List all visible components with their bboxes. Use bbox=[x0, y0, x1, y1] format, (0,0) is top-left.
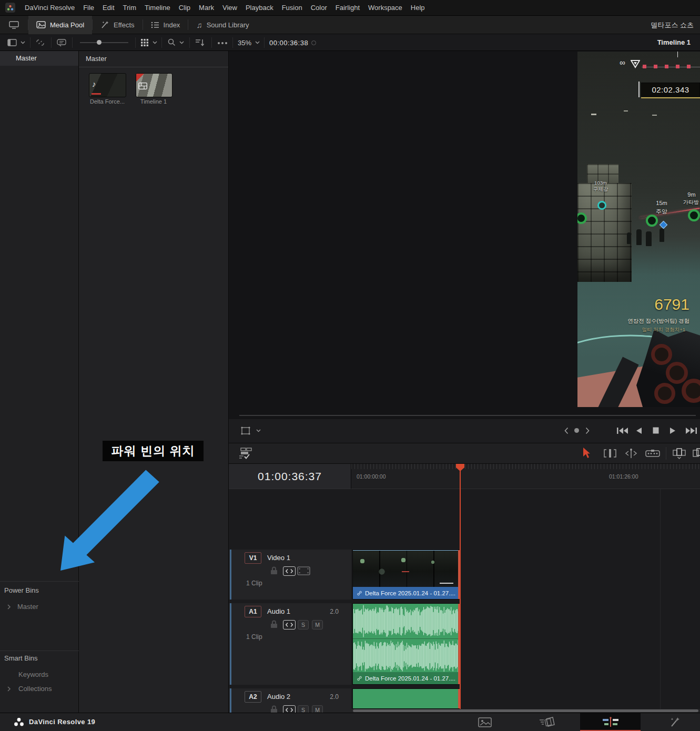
scrollbar-thumb[interactable] bbox=[353, 709, 698, 712]
chevron-down-icon[interactable] bbox=[255, 41, 260, 44]
viewer-scrub-bar[interactable] bbox=[239, 415, 696, 416]
lock-track-icon[interactable] bbox=[270, 705, 278, 713]
index-button[interactable]: Index bbox=[143, 16, 188, 34]
track-destination-a2[interactable]: A2 bbox=[245, 691, 261, 703]
tab-fusion-page[interactable] bbox=[660, 713, 688, 731]
sort-order-icon[interactable] bbox=[196, 39, 205, 46]
grid-view-icon[interactable] bbox=[141, 39, 148, 46]
more-options-icon[interactable] bbox=[218, 42, 220, 44]
chevron-down-icon[interactable] bbox=[21, 41, 25, 44]
sound-library-button[interactable]: ♫ Sound Library bbox=[188, 16, 257, 34]
menu-item-edit[interactable]: Edit bbox=[98, 0, 118, 16]
track-header-v1[interactable]: V1 Video 1 1 Clip bbox=[229, 550, 351, 600]
chevron-down-icon[interactable] bbox=[256, 429, 261, 432]
media-clip-thumbnail[interactable]: ♪ bbox=[89, 73, 126, 97]
insert-clip-icon[interactable] bbox=[673, 448, 686, 459]
timeline-horizontal-scrollbar[interactable] bbox=[351, 709, 700, 713]
viewer-video[interactable]: ∞ 02:02.343 103m 구제강 15m 주앙 9m 가타방 6791 … bbox=[577, 52, 700, 407]
sidebar-item-power-bins-master[interactable]: Master bbox=[17, 603, 38, 611]
media-pool-icon bbox=[36, 21, 46, 28]
menu-item-trim[interactable]: Trim bbox=[119, 0, 141, 16]
stop-icon[interactable] bbox=[653, 427, 659, 434]
playhead[interactable] bbox=[460, 464, 461, 709]
chevron-right-icon[interactable] bbox=[6, 686, 12, 692]
timeline-grid-line bbox=[660, 489, 661, 709]
chevron-down-icon[interactable] bbox=[179, 41, 184, 44]
play-icon[interactable] bbox=[669, 427, 676, 434]
flag-marker-icon[interactable] bbox=[57, 39, 66, 47]
timeline-ruler[interactable]: 01:00:00:00 01:01:26:00 bbox=[351, 464, 700, 489]
tab-edit-page[interactable] bbox=[580, 713, 641, 731]
menu-item-mark[interactable]: Mark bbox=[195, 0, 218, 16]
chevron-right-icon[interactable] bbox=[6, 604, 12, 610]
search-icon[interactable] bbox=[168, 38, 176, 46]
timeline-view-options-icon[interactable] bbox=[239, 448, 253, 460]
video-clip-thumbnails bbox=[353, 550, 460, 588]
thumbnail-size-slider-handle[interactable] bbox=[97, 40, 102, 45]
menu-item-fairlight[interactable]: Fairlight bbox=[331, 0, 364, 16]
dynamic-trim-mode-icon[interactable] bbox=[624, 449, 638, 458]
match-timer: 02:02.343 bbox=[641, 83, 700, 97]
timeline-timecode-display: 01:00:36:37 bbox=[229, 464, 351, 489]
menu-item-workspace[interactable]: Workspace bbox=[364, 0, 407, 16]
game-soldier bbox=[627, 232, 631, 244]
mute-button[interactable]: M bbox=[312, 620, 323, 630]
play-reverse-icon[interactable] bbox=[636, 427, 642, 434]
divider bbox=[51, 37, 52, 48]
current-clip-icon[interactable] bbox=[574, 428, 579, 433]
app-logo-icon[interactable] bbox=[5, 3, 15, 13]
track-header-a2[interactable]: A2 Audio 2 2.0 S M bbox=[229, 688, 351, 713]
link-icon bbox=[357, 590, 362, 596]
zoom-level-value[interactable]: 35% bbox=[238, 39, 251, 47]
sidebar-item-collections[interactable]: Collections bbox=[18, 685, 52, 693]
chevron-down-icon[interactable] bbox=[153, 41, 157, 44]
auto-select-icon[interactable] bbox=[283, 566, 296, 576]
track-header-a1[interactable]: A1 Audio 1 2.0 S M 1 Clip bbox=[229, 603, 351, 685]
timeline-audio-clip-2[interactable] bbox=[352, 688, 460, 709]
sidebar-item-keywords[interactable]: Keywords bbox=[18, 671, 48, 678]
transform-tool-icon[interactable] bbox=[240, 426, 251, 435]
menu-item-fusion[interactable]: Fusion bbox=[278, 0, 307, 16]
track-destination-v1[interactable]: V1 bbox=[245, 552, 261, 564]
overwrite-clip-icon[interactable] bbox=[693, 448, 700, 459]
tab-media-page[interactable] bbox=[471, 713, 499, 731]
auto-select-icon[interactable] bbox=[283, 620, 296, 630]
timeline-audio-clip[interactable]: Delta Force 2025.01.24 - 01.27.... bbox=[352, 603, 460, 685]
lock-track-icon[interactable] bbox=[270, 566, 278, 575]
menu-item-file[interactable]: File bbox=[79, 0, 98, 16]
last-frame-icon[interactable] bbox=[685, 427, 697, 434]
score-note: 멀티 처치 경험치+1 bbox=[603, 327, 685, 333]
timeline-clip-thumbnail[interactable] bbox=[136, 73, 173, 97]
tab-cut-page[interactable] bbox=[533, 713, 561, 731]
menu-item-playback[interactable]: Playback bbox=[241, 0, 278, 16]
workspace-layout-button[interactable] bbox=[0, 16, 28, 34]
lock-track-icon[interactable] bbox=[270, 620, 278, 628]
previous-clip-icon[interactable] bbox=[564, 427, 569, 434]
effects-button[interactable]: Effects bbox=[93, 16, 143, 34]
timeline-selector[interactable]: Timeline 1 bbox=[657, 34, 691, 51]
menu-item-help[interactable]: Help bbox=[407, 0, 429, 16]
bin-list-view-icon[interactable] bbox=[7, 39, 17, 46]
menu-item-clip[interactable]: Clip bbox=[175, 0, 195, 16]
menu-item-color[interactable]: Color bbox=[307, 0, 331, 16]
timeline-video-clip[interactable]: Delta Force 2025.01.24 - 01.27.... bbox=[352, 550, 460, 600]
media-pool-button[interactable]: Media Pool bbox=[28, 16, 92, 34]
menu-item-timeline[interactable]: Timeline bbox=[140, 0, 175, 16]
solo-button[interactable]: S bbox=[298, 705, 309, 713]
frame-view-icon[interactable] bbox=[297, 566, 310, 575]
mute-button[interactable]: M bbox=[312, 705, 323, 713]
auto-select-icon[interactable] bbox=[283, 705, 296, 713]
selection-mode-icon[interactable] bbox=[583, 448, 591, 459]
menu-item-app[interactable]: DaVinci Resolve bbox=[21, 0, 79, 16]
next-clip-icon[interactable] bbox=[585, 427, 590, 434]
track-destination-a1[interactable]: A1 bbox=[245, 606, 261, 617]
menu-item-view[interactable]: View bbox=[218, 0, 241, 16]
thumbnail-size-slider[interactable] bbox=[80, 42, 128, 43]
trim-edit-mode-icon[interactable] bbox=[603, 449, 617, 458]
sidebar-item-master-bin[interactable]: Master bbox=[0, 51, 78, 66]
solo-button[interactable]: S bbox=[298, 620, 309, 630]
first-frame-icon[interactable] bbox=[617, 427, 628, 434]
razor-edit-mode-icon[interactable] bbox=[645, 449, 660, 458]
unlink-clips-icon[interactable] bbox=[36, 38, 45, 47]
timer-tick bbox=[638, 82, 640, 97]
